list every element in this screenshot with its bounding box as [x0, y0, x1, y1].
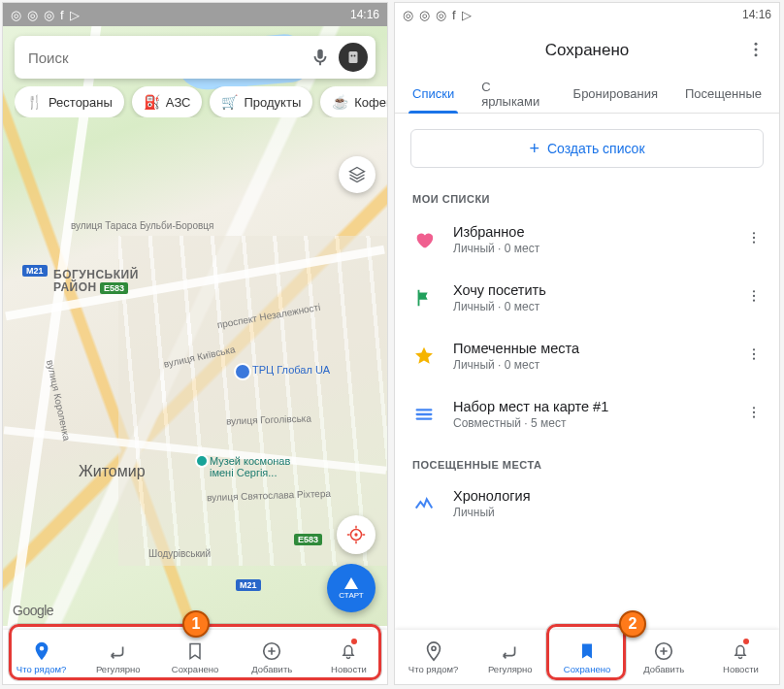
- navigation-icon: [344, 577, 358, 589]
- bookmark-icon: [576, 640, 598, 662]
- chip-groceries[interactable]: 🛒Продукты: [210, 86, 312, 117]
- star-icon: [412, 344, 436, 368]
- layers-button[interactable]: [339, 156, 376, 193]
- route-badge: M21: [236, 579, 261, 591]
- svg-rect-2: [349, 51, 358, 63]
- chip-restaurants[interactable]: 🍴Рестораны: [15, 86, 124, 117]
- commute-icon: [500, 640, 521, 662]
- nav-contribute[interactable]: Добавить: [626, 630, 702, 684]
- nav-commute[interactable]: Регулярно: [80, 630, 156, 684]
- dots-vertical-icon: [746, 230, 762, 246]
- list-item-want-to-go[interactable]: Хочу посетить Личный · 0 мест: [395, 269, 779, 327]
- fork-knife-icon: 🍴: [26, 94, 43, 110]
- list-item-custom[interactable]: Набор мест на карте #1 Совместный · 5 ме…: [395, 385, 779, 443]
- nav-contribute[interactable]: Добавить: [234, 630, 310, 684]
- tab-visited[interactable]: Посещенные: [671, 75, 775, 113]
- annotation-number-1: 1: [182, 610, 210, 638]
- instagram-icon: ◎: [27, 8, 38, 22]
- notification-dot: [351, 639, 357, 644]
- svg-point-15: [753, 348, 755, 350]
- route-badge: E583: [294, 534, 322, 545]
- bottom-nav: Что рядом? Регулярно Сохранено Добавить …: [395, 630, 779, 684]
- tab-reservations[interactable]: Бронирования: [560, 75, 671, 113]
- instagram-icon: ◎: [436, 8, 446, 22]
- tab-labeled[interactable]: С ярлыками: [468, 75, 559, 113]
- bell-icon: [730, 640, 751, 662]
- category-chips: 🍴Рестораны ⛽АЗС 🛒Продукты ☕Кофейн: [15, 86, 387, 117]
- nav-saved[interactable]: Сохранено: [548, 630, 625, 684]
- pin-icon: [423, 640, 444, 662]
- poi-label: ТРЦ Глобал UA: [252, 364, 330, 376]
- tab-label: Посещенные: [685, 86, 762, 101]
- flag-icon: [412, 286, 436, 310]
- create-list-button[interactable]: + Создать список: [410, 129, 764, 168]
- target-icon: [345, 524, 367, 545]
- chip-label: Кофейн: [354, 95, 387, 110]
- route-badge: E583: [100, 282, 128, 294]
- poi-label: Музей космонав імені Сергія...: [210, 455, 290, 478]
- instagram-icon: ◎: [44, 8, 54, 22]
- annotation-number-2: 2: [619, 610, 646, 638]
- list-item-menu[interactable]: [738, 222, 769, 257]
- nav-saved[interactable]: Сохранено: [156, 630, 233, 684]
- locate-button[interactable]: [337, 515, 376, 554]
- layers-icon: [347, 165, 367, 184]
- poi-museum[interactable]: Музей космонав імені Сергія...: [197, 455, 290, 478]
- avatar[interactable]: [339, 43, 368, 72]
- status-left-icons: ◎ ◎ ◎ f ▷: [403, 8, 472, 22]
- list-title: Набор мест на карте #1: [453, 399, 721, 414]
- coffee-icon: ☕: [332, 94, 348, 110]
- nav-label: Добавить: [643, 664, 684, 674]
- start-navigation-button[interactable]: СТАРТ: [327, 564, 376, 612]
- my-lists: Избранное Личный · 0 мест Хочу посетить …: [395, 211, 779, 443]
- chip-label: Продукты: [244, 95, 301, 110]
- nav-updates[interactable]: Новости: [310, 630, 387, 684]
- list-item-body: Набор мест на карте #1 Совместный · 5 ме…: [453, 399, 721, 430]
- microphone-icon[interactable]: [310, 47, 331, 68]
- tab-label: Списки: [412, 86, 454, 101]
- status-time: 14:16: [350, 8, 379, 21]
- list-item-favorites[interactable]: Избранное Личный · 0 мест: [395, 211, 779, 269]
- nav-explore[interactable]: Что рядом?: [3, 630, 80, 684]
- chip-gas[interactable]: ⛽АЗС: [132, 86, 203, 117]
- list-item-menu[interactable]: [738, 339, 769, 374]
- list-item-menu[interactable]: [738, 397, 769, 432]
- phone-left: ◎ ◎ ◎ f ▷ 14:16 БОГУНСЬКИЙ РАЙОН Житомир…: [2, 2, 388, 685]
- chip-label: Рестораны: [49, 95, 113, 110]
- svg-point-9: [753, 232, 755, 234]
- list-item-body: Избранное Личный · 0 мест: [453, 224, 721, 255]
- tab-label: Бронирования: [573, 86, 658, 101]
- status-time: 14:16: [742, 8, 771, 21]
- nav-explore[interactable]: Что рядом?: [395, 630, 472, 684]
- status-left-icons: ◎ ◎ ◎ f ▷: [11, 8, 80, 22]
- list-item-body: Хронология Личный: [453, 488, 769, 519]
- list-title: Избранное: [453, 224, 721, 240]
- list-item-menu[interactable]: [738, 280, 769, 315]
- list-title: Хронология: [453, 488, 769, 504]
- list-item-timeline[interactable]: Хронология Личный: [395, 476, 779, 531]
- plus-circle-icon: [261, 640, 282, 662]
- search-bar[interactable]: [15, 36, 376, 79]
- search-input[interactable]: [28, 49, 302, 66]
- route-badge: M21: [22, 265, 48, 277]
- svg-point-6: [755, 43, 758, 46]
- nav-label: Сохранено: [564, 664, 610, 674]
- nav-commute[interactable]: Регулярно: [472, 630, 548, 684]
- list-subtitle: Личный · 0 мест: [453, 300, 721, 313]
- bookmark-icon: [184, 640, 206, 662]
- facebook-icon: f: [452, 8, 456, 22]
- poi-mall[interactable]: ТРЦ Глобал UA: [236, 364, 330, 378]
- tab-lists[interactable]: Списки: [399, 75, 468, 113]
- nav-updates[interactable]: Новости: [702, 630, 779, 684]
- play-icon: ▷: [70, 8, 80, 22]
- svg-point-1: [354, 533, 357, 536]
- list-item-starred[interactable]: Помеченные места Личный · 0 мест: [395, 327, 779, 385]
- instagram-icon: ◎: [403, 8, 413, 22]
- nav-label: Добавить: [251, 664, 292, 674]
- plus-icon: +: [529, 139, 539, 159]
- svg-point-13: [753, 295, 755, 297]
- poi-icon: [197, 456, 207, 466]
- overflow-menu-button[interactable]: [746, 40, 766, 63]
- page-title: Сохранено: [545, 41, 630, 60]
- chip-coffee[interactable]: ☕Кофейн: [320, 86, 387, 117]
